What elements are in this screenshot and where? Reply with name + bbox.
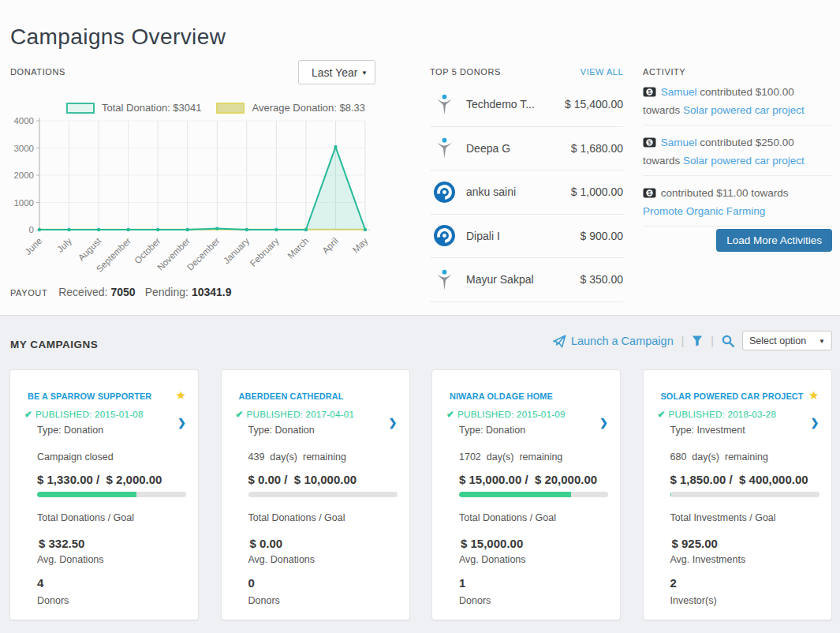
chevron-right-icon[interactable] [599, 417, 608, 429]
svg-text:$: $ [648, 139, 651, 146]
donor-list: Techdemo T... $ 15,400.00 Deepa G $ 1,68… [430, 83, 623, 302]
page-title: Campaigns Overview [10, 24, 226, 50]
activity-user-link[interactable]: Samuel [661, 86, 697, 98]
campaign-amount: $ 1,850.00 / $ 400,000.00 [670, 473, 808, 486]
svg-text:January: January [222, 236, 252, 266]
org-logo-icon [433, 181, 456, 204]
separator [681, 334, 685, 348]
average-value: $ 925.00 [672, 537, 718, 550]
chart-legend: Total Donation: $3041 Average Donation: … [66, 102, 365, 114]
svg-text:1000: 1000 [13, 198, 34, 208]
donor-count-label: Donors [248, 595, 280, 606]
load-more-activities-button[interactable]: Load More Activities [716, 229, 832, 252]
campaign-type: Type: Donation [459, 425, 525, 436]
activity-project-link[interactable]: Promote Organic Farming [643, 205, 765, 217]
legend-average-label: Average Donation: $8.33 [252, 102, 365, 114]
svg-text:3000: 3000 [13, 144, 34, 153]
donor-count: 1 [459, 576, 465, 590]
view-all-link[interactable]: VIEW ALL [581, 67, 623, 77]
campaign-cards: BE A SPARROW SUPPORTER PUBLISHED: 2015-0… [9, 369, 832, 620]
donor-row[interactable]: Deepa G $ 1,680.00 [430, 127, 623, 171]
donor-amount: $ 15,400.00 [565, 98, 623, 110]
search-icon[interactable] [722, 335, 734, 347]
org-logo-icon [433, 224, 456, 247]
svg-text:August: August [77, 235, 103, 262]
svg-text:$: $ [648, 189, 651, 197]
activity-text: contributed $11.00 towards [661, 187, 789, 199]
campaign-status: 680 day(s) remaining [670, 451, 768, 463]
donor-name: Deepa G [466, 142, 510, 155]
average-label: Avg. Donations [248, 554, 315, 565]
campaign-status: 1702 day(s) remaining [459, 451, 562, 463]
check-icon [24, 409, 32, 419]
donor-amount: $ 350.00 [581, 273, 624, 286]
chevron-down-icon [819, 337, 825, 345]
average-label: Avg. Donations [459, 554, 526, 565]
campaign-title-link[interactable]: BE A SPARROW SUPPORTER [28, 391, 174, 401]
activity-panel: ACTIVITY $ Samuel contributed $100.00 to… [643, 0, 832, 315]
star-icon [176, 388, 186, 403]
campaign-controls: Launch a Campaign Select option [552, 331, 832, 350]
published-status: PUBLISHED: 2017-04-01 [236, 409, 355, 420]
check-icon [658, 409, 666, 419]
donor-row[interactable]: Dipali I $ 900.00 [430, 215, 623, 259]
payout-received: Received:7050 [58, 286, 135, 298]
chevron-right-icon[interactable] [177, 417, 186, 429]
campaign-title-link[interactable]: SOLAR POWERED CAR PROJECT [661, 391, 807, 401]
svg-text:June: June [23, 236, 43, 257]
chevron-right-icon[interactable] [811, 417, 819, 429]
campaign-filter-select[interactable]: Select option [742, 331, 832, 350]
activity-project-link[interactable]: Solar powered car project [683, 155, 805, 167]
activity-user-link[interactable]: Samuel [661, 137, 697, 148]
progress-fill [670, 492, 672, 497]
donor-amount: $ 900.00 [581, 230, 624, 242]
average-label: Avg. Investments [670, 554, 746, 565]
campaign-card: NIWARA OLDAGE HOME PUBLISHED: 2015-01-09… [431, 369, 621, 620]
campaign-type: Type: Donation [37, 425, 103, 436]
top-donors-panel: TOP 5 DONORS VIEW ALL Techdemo T... $ 15… [430, 0, 623, 315]
donor-count: 0 [248, 576, 255, 590]
goal-label: Total Donations / Goal [37, 512, 134, 523]
campaign-amount: $ 0.00 / $ 10,000.00 [248, 473, 357, 486]
campaign-title-link[interactable]: NIWARA OLDAGE HOME [450, 391, 595, 401]
svg-text:March: March [286, 236, 310, 260]
svg-text:July: July [55, 236, 73, 254]
activity-project-link[interactable]: Solar powered car project [683, 104, 805, 116]
chevron-right-icon[interactable] [389, 417, 398, 429]
goal-label: Total Donations / Goal [459, 512, 556, 523]
svg-text:October: October [133, 236, 162, 266]
progress-fill [37, 492, 136, 497]
svg-text:December: December [185, 236, 222, 272]
money-icon: $ [643, 86, 656, 103]
payout-label: PAYOUT [10, 288, 47, 298]
donor-count: 2 [670, 576, 677, 590]
average-label: Avg. Donations [37, 554, 104, 565]
check-icon [236, 409, 244, 419]
donor-name: Techdemo T... [466, 98, 535, 110]
donor-amount: $ 1,680.00 [571, 142, 623, 155]
campaign-status: Campaign closed [37, 451, 114, 463]
period-select[interactable]: Last Year [298, 60, 375, 84]
legend-total-swatch [66, 103, 95, 114]
donor-row[interactable]: anku saini $ 1,000.00 [430, 170, 623, 215]
donor-row[interactable]: Mayur Sakpal $ 350.00 [430, 258, 623, 302]
paper-plane-icon [552, 334, 566, 348]
launch-campaign-link[interactable]: Launch a Campaign [552, 334, 674, 348]
campaign-amount: $ 1,330.00 / $ 2,000.00 [37, 473, 162, 486]
donor-row[interactable]: Techdemo T... $ 15,400.00 [430, 83, 623, 127]
goal-label: Total Donations / Goal [248, 512, 345, 523]
payout-pending: Pending:10341.9 [145, 286, 232, 298]
average-value: $ 15,000.00 [461, 537, 523, 550]
filter-icon[interactable] [692, 335, 703, 346]
separator [711, 334, 714, 348]
donor-name: Dipali I [466, 230, 500, 242]
published-status: PUBLISHED: 2018-03-28 [658, 409, 777, 420]
donor-name: anku saini [466, 185, 516, 198]
donor-count-label: Donors [37, 595, 69, 606]
payout-summary: PAYOUT Received:7050 Pending:10341.9 [10, 286, 232, 298]
campaign-title-link[interactable]: ABERDEEN CATHEDRAL [239, 391, 385, 401]
goal-label: Total Investments / Goal [670, 512, 776, 523]
donor-amount: $ 1,000.00 [571, 185, 623, 198]
chevron-down-icon [361, 69, 368, 77]
overview-section: Campaigns Overview DONATIONS Last Year T… [0, 0, 840, 315]
